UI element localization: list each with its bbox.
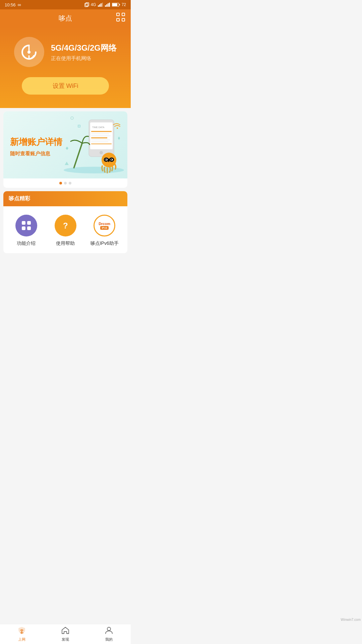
svg-rect-43 xyxy=(27,221,31,225)
features-section: 哆点精彩 功能介绍 ? xyxy=(3,191,127,253)
svg-rect-42 xyxy=(22,221,25,225)
dot-0 xyxy=(59,182,62,184)
time-display: 10:56 xyxy=(5,2,16,7)
main-content: 5G/4G/3G/2G网络 正在使用手机网络 设置 WiFi 新增账户详情 随时… xyxy=(0,27,131,277)
app-title: 哆点 xyxy=(59,14,72,23)
grid-icon xyxy=(20,220,32,231)
signal-label: 4G xyxy=(91,2,96,7)
svg-point-29 xyxy=(117,127,118,129)
drcom-text: Drcom xyxy=(99,222,110,226)
svg-rect-12 xyxy=(119,4,120,5)
telecom-logo xyxy=(14,37,44,67)
func-icon-wrap xyxy=(15,215,37,236)
copy-icon xyxy=(84,2,89,7)
svg-rect-3 xyxy=(99,4,100,7)
scan-button[interactable] xyxy=(116,12,125,24)
svg-rect-44 xyxy=(22,226,25,230)
svg-point-39 xyxy=(64,167,124,173)
network-title: 5G/4G/3G/2G网络 xyxy=(51,43,117,53)
question-icon: ? xyxy=(60,220,71,231)
dot-1 xyxy=(64,182,67,184)
svg-rect-2 xyxy=(98,5,99,7)
svg-rect-11 xyxy=(112,3,117,6)
svg-rect-37 xyxy=(108,159,109,162)
hero-content: 5G/4G/3G/2G网络 正在使用手机网络 xyxy=(7,37,124,67)
infinity-icon: ∞ xyxy=(18,2,21,7)
svg-rect-15 xyxy=(117,18,119,21)
svg-rect-16 xyxy=(122,18,125,21)
network-subtitle: 正在使用手机网络 xyxy=(51,55,117,62)
features-header: 哆点精彩 xyxy=(3,191,127,206)
svg-point-36 xyxy=(111,159,112,160)
svg-rect-13 xyxy=(117,13,119,16)
top-navigation: 哆点 xyxy=(0,9,131,27)
status-right: 4G 72 xyxy=(84,2,126,7)
banner-dots xyxy=(3,178,127,188)
signal-bars-icon xyxy=(98,3,103,7)
wifi-signal-icon xyxy=(105,3,110,7)
svg-rect-14 xyxy=(122,13,125,16)
feature-item-help[interactable]: ? 使用帮助 xyxy=(46,215,85,247)
feature-item-func[interactable]: 功能介绍 xyxy=(7,215,46,247)
svg-rect-7 xyxy=(106,4,107,7)
wifi-setup-button[interactable]: 设置 WiFi xyxy=(22,77,109,95)
svg-point-35 xyxy=(105,159,107,160)
status-bar: 10:56 ∞ 4G 72 xyxy=(0,0,131,9)
svg-rect-8 xyxy=(108,3,109,7)
dot-2 xyxy=(69,182,71,184)
help-label: 使用帮助 xyxy=(56,240,75,247)
svg-rect-6 xyxy=(105,5,106,7)
hero-text-block: 5G/4G/3G/2G网络 正在使用手机网络 xyxy=(51,43,117,62)
svg-text:?: ? xyxy=(63,221,68,230)
svg-rect-5 xyxy=(102,3,103,7)
ipv6-badge: IPv6 xyxy=(100,226,108,230)
drcom-icon-wrap: Drcom IPv6 xyxy=(94,215,115,236)
banner-main-text: 新增账户详情 xyxy=(10,136,121,148)
func-label: 功能介绍 xyxy=(17,240,36,247)
feature-item-ipv6[interactable]: Drcom IPv6 哆点IPv6助手 xyxy=(85,215,124,247)
ipv6-label: 哆点IPv6助手 xyxy=(90,240,119,247)
banner-card: 新增账户详情 随时查看账户信息 TIME DATA xyxy=(3,111,127,178)
banner-section: 新增账户详情 随时查看账户信息 TIME DATA xyxy=(3,111,127,188)
svg-rect-4 xyxy=(101,3,102,7)
hero-section: 5G/4G/3G/2G网络 正在使用手机网络 设置 WiFi xyxy=(0,27,131,108)
banner-sub-text: 随时查看账户信息 xyxy=(10,151,121,157)
battery-level: 72 xyxy=(122,2,126,7)
status-left: 10:56 ∞ xyxy=(5,2,21,7)
battery-icon xyxy=(112,3,120,7)
help-icon-wrap: ? xyxy=(55,215,76,236)
features-grid: 功能介绍 ? 使用帮助 Drcom IPv6 哆点IPv6助手 xyxy=(3,206,127,253)
svg-text:TIME  DATA: TIME DATA xyxy=(92,126,105,128)
features-title: 哆点精彩 xyxy=(9,196,30,201)
svg-rect-9 xyxy=(109,3,110,7)
svg-rect-45 xyxy=(27,226,31,230)
